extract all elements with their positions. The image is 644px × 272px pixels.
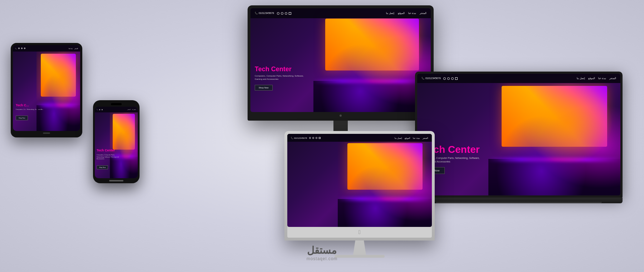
imac-base [335,255,385,258]
tablet-whatsapp-icon [24,48,25,49]
phone-nav: 📞 المتجر إتصل بنا [95,107,138,112]
phone-hero-text: Tech Center Computers, Computer Parts, N… [97,149,122,169]
imac-cart-icon [319,137,321,139]
desktop-nav: 📞 01012345678 إتصل بنا الموقع نبذ [250,8,431,18]
phone-screen: 📞 المتجر إتصل بنا [95,107,138,178]
tablet-device: 📞 نبذة عنا المتجر [11,43,82,137]
tablet-hero-text: Tech C... Computers, Co... Networking, S… [16,104,44,120]
imac-body: 📞 01012345678 إتصل بنا الموقع نبذ [284,131,435,241]
tablet-shop-now-btn[interactable]: Shop Now [16,116,28,120]
apple-logo:  [358,229,361,235]
phone-title: Tech Center [97,149,122,152]
imac-whatsapp-icon [316,137,317,139]
brand-logo: مستقل [307,244,338,256]
phone-shop-now-btn[interactable]: Shop Now [97,165,108,169]
monitor-screen: 📞 01012345678 إتصل بنا الموقع نبذ [250,8,431,112]
cart-icon [289,12,291,15]
laptop-twitter-icon [447,77,450,80]
desktop-hero-image [313,8,431,112]
laptop-base [415,198,623,203]
desktop-title: Tech Center [255,66,305,73]
desktop-subtitle: Computers, Computer Parts, Networking, S… [255,74,305,81]
monitor-neck [333,121,348,131]
webcam-dot [340,115,342,117]
monitor-chin [250,112,431,119]
desktop-device: 📞 01012345678 إتصل بنا الموقع نبذ [248,5,434,136]
laptop-whatsapp-icon [451,77,454,80]
laptop-screen: 📞 01012345678 إتصل بنا الموقع نبذ [417,74,620,195]
laptop-device: 📞 01012345678 إتصل بنا الموقع نبذ [415,72,623,203]
imac-hero-image [338,134,432,227]
phone-home-bar [109,180,123,181]
laptop-cart-icon [455,77,458,80]
imac-chin:  [287,227,432,238]
imac-instagram-icon [309,137,311,139]
twitter-icon [281,12,283,15]
laptop-instagram-icon [443,77,446,80]
imac-device: 📞 01012345678 إتصل بنا الموقع نبذ [284,131,435,258]
tablet-subtitle: Computers, Co... Networking, So... and A… [16,108,44,111]
instagram-icon [277,12,279,15]
desktop-shop-now-btn[interactable]: Shop Now [255,85,273,91]
tablet-nav: 📞 نبذة عنا المتجر [13,45,80,52]
phone-notch [111,103,122,105]
tablet-twitter-icon [21,48,23,49]
imac-twitter-icon [312,137,314,139]
imac-nav: 📞 01012345678 إتصل بنا الموقع نبذ [287,134,432,142]
watermark: مستقل mostaqel.com [307,244,338,261]
tablet-screen: 📞 نبذة عنا المتجر [13,45,80,131]
imac-neck [349,241,370,255]
laptop-nav: 📞 01012345678 إتصل بنا الموقع نبذ [417,74,620,83]
phone-instagram-icon [99,109,100,110]
phone-body: 📞 المتجر إتصل بنا [93,100,140,183]
tablet-body: 📞 نبذة عنا المتجر [11,43,82,137]
phone-twitter-icon [102,109,103,110]
brand-url: mostaqel.com [307,256,338,261]
scene: 📞 01012345678 إتصل بنا الموقع نبذ [0,0,644,272]
imac-screen: 📞 01012345678 إتصل بنا الموقع نبذ [287,134,432,227]
laptop-hero-image [488,74,620,195]
whatsapp-icon [285,12,287,15]
monitor-body: 📞 01012345678 إتصل بنا الموقع نبذ [248,5,434,121]
phone-device: 📞 المتجر إتصل بنا [93,100,140,183]
tablet-home-button[interactable] [43,132,50,134]
tablet-title: Tech C... [16,104,44,107]
laptop-lid: 📞 01012345678 إتصل بنا الموقع نبذ [415,72,623,198]
phone-subtitle: Computers, Computer Parts, Networking, S… [97,154,122,160]
tablet-instagram-icon [18,48,20,49]
desktop-hero-text: Tech Center Computers, Computer Parts, N… [255,66,305,91]
